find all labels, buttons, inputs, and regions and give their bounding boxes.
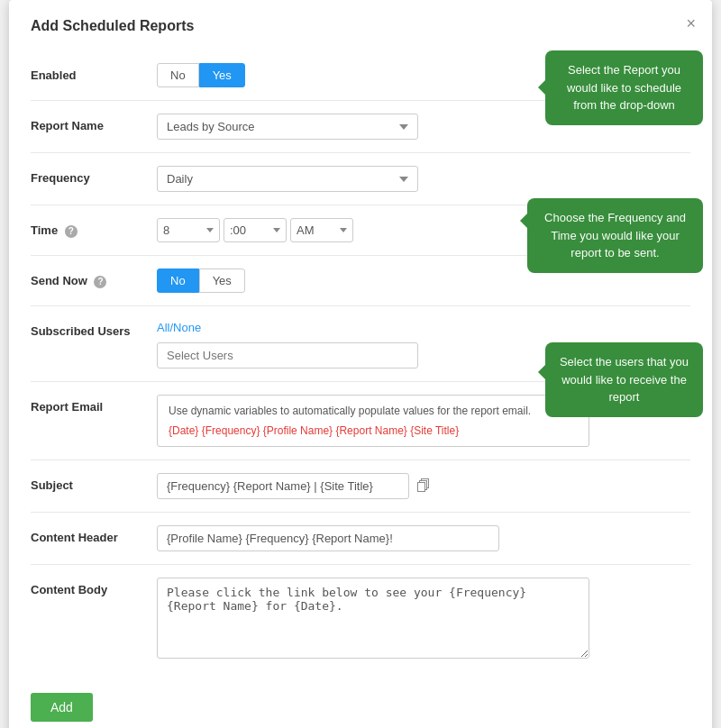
report-name-label: Report Name	[31, 114, 157, 132]
callout-report-name: Select the Report you would like to sche…	[545, 50, 703, 125]
send-now-help-icon[interactable]: ?	[94, 276, 106, 288]
modal-title: Add Scheduled Reports	[31, 18, 690, 34]
subject-row: Subject 🗍	[31, 460, 690, 513]
time-period-select[interactable]: AM PM	[290, 218, 353, 242]
time-help-icon[interactable]: ?	[65, 225, 78, 238]
content-header-control	[157, 525, 690, 551]
content-header-input[interactable]	[157, 525, 499, 551]
send-now-label: Send Now ?	[31, 268, 157, 288]
select-users-input[interactable]	[157, 342, 418, 369]
content-header-label: Content Header	[31, 525, 157, 544]
subject-control: 🗍	[157, 473, 690, 499]
frequency-label: Frequency	[31, 166, 157, 185]
close-button[interactable]: ×	[686, 14, 696, 33]
frequency-control: Daily Weekly Monthly	[157, 166, 690, 192]
send-now-no-button[interactable]: No	[157, 268, 199, 293]
subject-label: Subject	[31, 473, 157, 492]
time-hour-select[interactable]: 6 7 8 9 10	[157, 218, 220, 242]
content-body-label: Content Body	[31, 578, 157, 596]
report-name-select[interactable]: Leads by Source Leads Source Traffic Sou…	[157, 114, 418, 140]
subject-icon[interactable]: 🗍	[416, 478, 431, 495]
report-email-box: Use dynamic variables to automatically p…	[157, 395, 589, 447]
enabled-label: Enabled	[31, 63, 157, 82]
subject-input[interactable]	[157, 473, 409, 499]
modal-container: Add Scheduled Reports × Select the Repor…	[9, 0, 712, 728]
report-email-label: Report Email	[31, 395, 157, 414]
content-body-control	[157, 578, 690, 662]
subscribed-users-label: Subscribed Users	[31, 319, 157, 338]
time-minute-select[interactable]: :00 :15 :30 :45	[224, 218, 287, 242]
enabled-no-button[interactable]: No	[157, 63, 199, 87]
callout-users: Select the users that you would like to …	[545, 342, 703, 417]
callout-frequency-time: Choose the Frequency and Time you would …	[527, 198, 703, 273]
content-header-row: Content Header	[31, 513, 690, 565]
dynamic-vars: {Date} {Frequency} {Profile Name} {Repor…	[169, 424, 578, 437]
time-label: Time ?	[31, 218, 157, 238]
content-body-textarea[interactable]	[157, 578, 589, 659]
add-button[interactable]: Add	[31, 693, 93, 722]
enabled-yes-button[interactable]: Yes	[199, 63, 245, 87]
report-email-desc: Use dynamic variables to automatically p…	[169, 405, 578, 417]
subject-input-row: 🗍	[157, 473, 690, 499]
all-none-link[interactable]: All/None	[157, 321, 201, 334]
frequency-select[interactable]: Daily Weekly Monthly	[157, 166, 418, 192]
send-now-yes-button[interactable]: Yes	[199, 268, 245, 293]
content-body-row: Content Body	[31, 565, 690, 675]
